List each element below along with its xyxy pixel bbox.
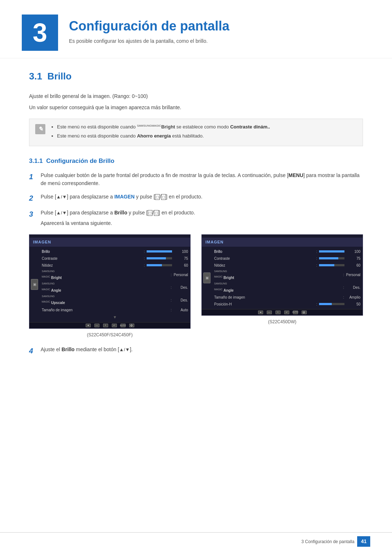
osd-btn-left-auto: AUTO — [121, 324, 126, 327]
osd-footer-right: ◄ — + ↵ AUTO ⏻ — [202, 309, 363, 315]
osd-body-right: Brillo : 100 Contraste : — [202, 247, 363, 309]
osd-btn-right-2: — — [267, 311, 272, 314]
osd-menu-left: IMAGEN Brillo : 100 — [29, 234, 191, 329]
osd-item-magic-bright-left: SAMSUNGMAGIC Bright : Personal — [42, 269, 188, 282]
osd-item-brillo-left: Brillo : 100 — [42, 248, 188, 255]
osd-sidebar-right — [202, 248, 212, 308]
monitors-row: IMAGEN Brillo : 100 — [29, 234, 363, 338]
monitor-left: IMAGEN Brillo : 100 — [29, 234, 191, 338]
footer-page-number: 41 — [357, 536, 370, 547]
osd-item-nitidez-right: Nitidez : 60 — [214, 262, 360, 269]
section-desc-1: Ajuste el brillo general de la imagen. (… — [29, 93, 363, 100]
subsection-311-title: 3.1.1 Configuración de Brillo — [29, 156, 363, 166]
steps-list: 1 Pulse cualquier botón de la parte fron… — [29, 171, 363, 227]
osd-item-contraste-right: Contraste : 75 — [214, 255, 360, 262]
osd-btn-right-auto: AUTO — [293, 311, 298, 314]
step-4: 4 Ajuste el Brillo mediante el botón [▲/… — [29, 345, 363, 356]
note-icon: ✎ — [35, 124, 45, 134]
magic-bright-label: SAMSUNGMAGICBright — [137, 124, 175, 130]
main-content: 3.1 Brillo Ajuste el brillo general de l… — [0, 69, 392, 356]
osd-item-magic-angle-left: SAMSUNGMAGIC Angle : Des. — [42, 281, 188, 294]
osd-sidebar-icon-left — [31, 279, 38, 290]
note-text-1: Este menú no está disponible cuando — [57, 124, 137, 130]
osd-header-left: IMAGEN — [29, 238, 190, 247]
note-text-1b: se establece como modo — [175, 124, 230, 130]
osd-item-nitidez-left: Nitidez : 60 — [42, 262, 188, 269]
osd-btn-right-4: ↵ — [284, 311, 289, 314]
chapter-title: Configuración de pantalla — [69, 18, 229, 34]
section-31-title: 3.1 Brillo — [29, 69, 363, 83]
osd-item-contraste-left: Contraste : 75 — [42, 255, 188, 262]
chapter-number: 3 — [22, 15, 58, 51]
step-text-2: Pulse [▲/▼] para desplazarse a IMAGEN y … — [41, 193, 203, 204]
contraste-label: Contraste dinám.. — [230, 124, 270, 130]
osd-item-brillo-right: Brillo : 100 — [214, 248, 360, 255]
section-desc-2: Un valor superior conseguirá que la imag… — [29, 104, 363, 111]
header-text: Configuración de pantalla Es posible con… — [69, 15, 229, 45]
osd-btn-left-power: ⏻ — [129, 324, 134, 327]
step-num-1: 1 — [29, 171, 36, 188]
page-header: 3 Configuración de pantalla Es posible c… — [0, 0, 392, 58]
step-num-4: 4 — [29, 345, 36, 356]
osd-btn-left-4: ↵ — [112, 324, 117, 327]
note-text-2: Este menú no está disponible cuando — [57, 133, 137, 139]
monitor-right: IMAGEN Brillo : 100 — [201, 234, 363, 325]
osd-item-magic-upscale-left: SAMSUNGMAGIC Upscale : Des. — [42, 294, 188, 307]
note-box: ✎ Este menú no está disponible cuando SA… — [29, 119, 363, 146]
osd-btn-left-3: + — [103, 324, 108, 327]
monitor-left-caption: (S22C450F/S24C450F) — [87, 332, 132, 338]
osd-item-tamano-left: Tamaño de imagen : Auto — [42, 307, 188, 313]
step-3-sub: Aparecerá la ventana siguiente. — [41, 219, 195, 227]
ahorro-label: Ahorro energía — [137, 133, 171, 139]
step-text-4: Ajuste el Brillo mediante el botón [▲/▼]… — [41, 345, 133, 356]
osd-sidebar-icon-right — [203, 272, 211, 283]
osd-down-arrow-left: ▼ — [42, 313, 188, 321]
osd-btn-left-1: ◄ — [86, 324, 91, 327]
osd-sidebar-left — [29, 248, 40, 321]
osd-items-left: Brillo : 100 Contraste : — [40, 248, 190, 321]
step-num-3: 3 — [29, 209, 36, 227]
osd-item-tamano-right: Tamaño de imagen : Amplio — [214, 294, 360, 301]
osd-item-posicion-right: Posición-H : 50 — [214, 301, 360, 308]
step-text-1: Pulse cualquier botón de la parte fronta… — [41, 171, 363, 188]
osd-body-left: Brillo : 100 Contraste : — [29, 247, 190, 322]
osd-items-right: Brillo : 100 Contraste : — [212, 248, 363, 308]
osd-btn-left-2: — — [94, 324, 99, 327]
osd-btn-right-1: ◄ — [258, 311, 263, 314]
osd-btn-right-3: + — [275, 311, 281, 314]
step-num-2: 2 — [29, 193, 36, 204]
footer-text: 3 Configuración de pantalla — [301, 538, 354, 545]
chapter-subtitle: Es posible configurar los ajustes de la … — [69, 37, 229, 45]
monitor-right-caption: (S22C450DW) — [268, 319, 296, 325]
note-text-2b: está habilitado. — [171, 133, 204, 139]
step-text-3: Pulse [▲/▼] para desplazarse a Brillo y … — [41, 209, 195, 227]
step-2: 2 Pulse [▲/▼] para desplazarse a IMAGEN … — [29, 193, 363, 204]
step-3: 3 Pulse [▲/▼] para desplazarse a Brillo … — [29, 209, 363, 227]
osd-header-right: IMAGEN — [202, 238, 363, 247]
osd-item-magic-angle-right: SAMSUNGMAGIC Angle : Des. — [214, 281, 360, 294]
step-1: 1 Pulse cualquier botón de la parte fron… — [29, 171, 363, 188]
page-footer: 3 Configuración de pantalla 41 — [0, 532, 392, 547]
osd-footer-left: ◄ — + ↵ AUTO ⏻ — [29, 322, 190, 328]
osd-btn-right-power: ⏻ — [302, 311, 307, 314]
note-content: Este menú no está disponible cuando SAMS… — [50, 123, 270, 141]
osd-menu-right: IMAGEN Brillo : 100 — [201, 234, 363, 316]
osd-item-magic-bright-right: SAMSUNGMAGIC Bright : Personal — [214, 269, 360, 282]
